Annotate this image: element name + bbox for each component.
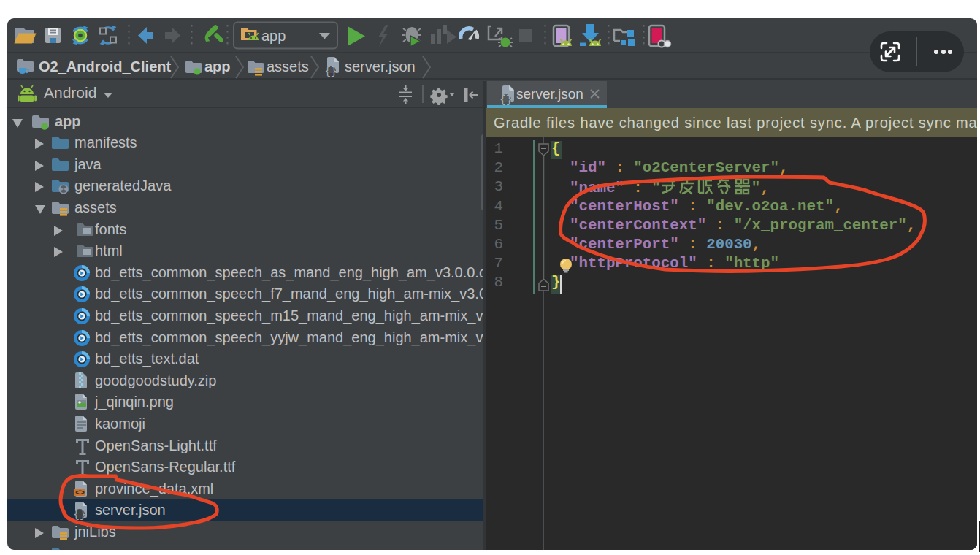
- svg-text:<>: <>: [75, 489, 85, 497]
- svg-text:{}: {}: [325, 66, 337, 77]
- svg-text:{}: {}: [74, 509, 86, 520]
- svg-text:{}: {}: [499, 94, 512, 105]
- svg-text:app: app: [261, 28, 286, 44]
